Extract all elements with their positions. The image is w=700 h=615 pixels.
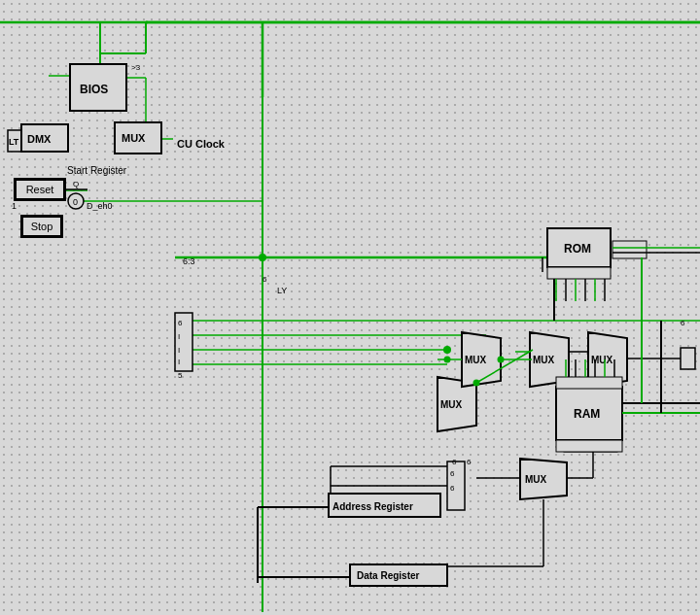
svg-text:LY: LY [277, 286, 287, 295]
svg-point-120 [473, 380, 480, 387]
reset-button[interactable]: Reset [15, 179, 65, 200]
svg-rect-90 [556, 377, 622, 389]
svg-text:6: 6 [262, 275, 267, 284]
svg-point-33 [443, 346, 451, 354]
svg-text:6: 6 [452, 458, 457, 466]
svg-text:6: 6 [178, 319, 183, 327]
svg-text:BIOS: BIOS [80, 83, 108, 96]
svg-text:I: I [178, 358, 180, 366]
svg-point-124 [444, 357, 451, 363]
svg-text:Address Register: Address Register [332, 501, 413, 512]
svg-text:I: I [178, 346, 180, 355]
svg-text:MUX: MUX [525, 474, 547, 485]
svg-text:Q: Q [73, 180, 79, 188]
svg-text:MUX: MUX [533, 355, 555, 365]
svg-text:MUX: MUX [122, 132, 146, 144]
svg-text:D_eh0: D_eh0 [87, 201, 113, 211]
svg-text:0: 0 [73, 197, 78, 207]
svg-text:DMX: DMX [27, 133, 52, 145]
svg-text:I: I [178, 332, 180, 341]
svg-point-122 [498, 357, 505, 363]
reset-label: Reset [26, 184, 54, 195]
svg-rect-97 [556, 440, 622, 452]
svg-text:MUX: MUX [440, 399, 463, 410]
svg-rect-62 [681, 348, 695, 369]
svg-text:RAM: RAM [574, 407, 600, 421]
stop-label: Stop [31, 221, 53, 232]
svg-text:CU Clock: CU Clock [177, 138, 226, 150]
svg-rect-27 [612, 241, 647, 258]
svg-text:5: 5 [178, 371, 183, 380]
svg-text:6: 6 [681, 319, 685, 327]
svg-text:1: 1 [12, 201, 17, 211]
svg-text:6: 6 [450, 484, 455, 493]
svg-text:MUX: MUX [465, 355, 487, 365]
svg-text:Start Register: Start Register [67, 165, 127, 176]
svg-rect-66 [547, 267, 611, 279]
svg-text:>3: >3 [131, 63, 141, 72]
svg-text:6: 6 [467, 458, 472, 466]
svg-text:6:3: 6:3 [183, 256, 195, 266]
svg-text:6: 6 [450, 469, 455, 478]
stop-button[interactable]: Stop [21, 216, 62, 237]
svg-text:LT: LT [9, 137, 19, 147]
svg-text:ROM: ROM [564, 242, 591, 256]
svg-text:Data Register: Data Register [357, 570, 420, 581]
